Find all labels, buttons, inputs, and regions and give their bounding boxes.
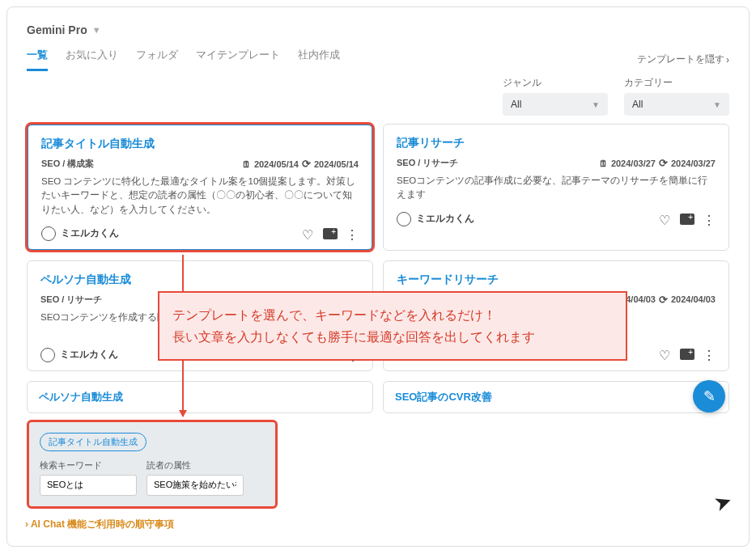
more-icon[interactable] [703,348,716,361]
model-selector[interactable]: Gemini Pro ▼ [27,23,729,36]
template-card-mini[interactable]: ペルソナ自動生成 [27,381,373,413]
genre-select[interactable]: All ▼ [503,93,608,116]
author: ミエルカくん [41,226,119,241]
category-select[interactable]: All ▼ [624,93,729,116]
genre-label: ジャンル [503,76,608,90]
tab-favorites[interactable]: お気に入り [66,48,118,71]
keyword-label: 検索キーワード [40,459,137,472]
hide-templates-link[interactable]: テンプレートを隠す › [637,53,729,66]
attribute-label: 読者の属性 [147,459,244,472]
updated-date: 2024/05/14 [314,159,359,169]
card-description: SEO コンテンツに特化した最適なタイトル案を10個提案します。対策したいキーワ… [41,175,359,217]
tab-list[interactable]: 一覧 [27,48,48,71]
tab-my-templates[interactable]: マイテンプレート [196,48,280,71]
selected-template-chip[interactable]: 記事タイトル自動生成 [40,433,147,451]
card-description: SEOコンテンツの記事作成に必要な、記事テーマのリサーチを簡単に行えます [397,174,716,202]
chevron-down-icon: ▼ [592,100,600,109]
tab-folder[interactable]: フォルダ [136,48,178,71]
created-date: 2024/03/27 [611,159,656,168]
edit-fab[interactable] [693,380,725,412]
more-icon[interactable] [703,213,716,226]
input-panel: 記事タイトル自動生成 検索キーワード 読者の属性 [27,420,278,509]
tabs: 一覧 お気に入り フォルダ マイテンプレート 社内作成 [27,48,340,71]
refresh-icon [659,294,668,306]
created-date: 2024/05/14 [254,159,299,169]
avatar-icon [397,212,411,226]
calendar-icon [599,159,608,168]
card-title: キーワードリサーチ [397,273,716,287]
updated-date: 2024/04/03 [671,294,716,304]
breadcrumb: SEO / リサーチ [397,157,458,169]
more-icon[interactable] [346,227,359,240]
heart-icon[interactable] [659,348,672,361]
refresh-icon [302,158,311,170]
breadcrumb: SEO / リサーチ [40,294,102,306]
annotation-callout: テンプレートを選んで、キーワードなどを入れるだけ！ 長い文章を入力しなくても勝手… [158,291,627,361]
folder-add-icon[interactable] [680,349,694,360]
refresh-icon [659,157,668,169]
card-title: ペルソナ自動生成 [40,273,359,287]
author: ミエルカくん [397,212,474,226]
chevron-down-icon: ▼ [713,100,721,109]
category-label: カテゴリー [624,76,729,90]
template-card[interactable]: 記事リサーチ SEO / リサーチ 2024/03/27 2024/03/27 … [383,124,729,251]
tab-internal[interactable]: 社内作成 [298,48,340,71]
calendar-icon [242,159,251,169]
attribute-input[interactable] [147,475,244,496]
template-card[interactable]: 記事タイトル自動生成 SEO / 構成案 2024/05/14 2024/05/… [27,124,373,251]
card-title: 記事タイトル自動生成 [41,137,359,151]
folder-add-icon[interactable] [323,228,338,239]
avatar-icon [41,226,56,241]
template-card-mini[interactable]: SEO記事のCVR改善 [383,381,729,413]
heart-icon[interactable] [302,227,315,240]
compliance-link[interactable]: AI Chat 機能ご利用時の順守事項 [25,518,174,531]
keyword-input[interactable] [40,475,137,496]
chevron-right-icon: › [726,54,729,66]
send-icon[interactable] [714,490,732,515]
updated-date: 2024/03/27 [671,159,716,168]
heart-icon[interactable] [659,213,672,226]
card-title: 記事リサーチ [397,136,716,150]
chevron-down-icon: ▼ [92,25,101,35]
breadcrumb: SEO / 構成案 [41,158,94,170]
folder-add-icon[interactable] [680,214,694,225]
author: ミエルカくん [40,348,118,362]
model-name: Gemini Pro [27,23,87,36]
avatar-icon [40,348,55,362]
